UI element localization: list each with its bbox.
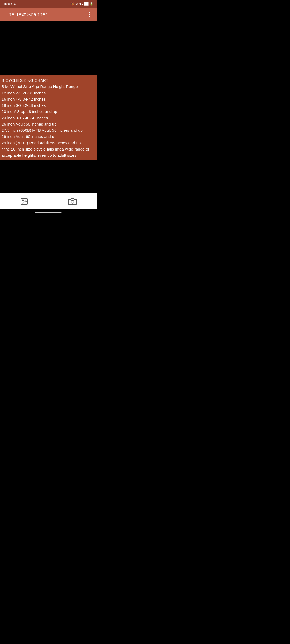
app-title: Line Text Scanner: [4, 12, 47, 18]
do-not-disturb-icon: ⊘: [76, 2, 78, 6]
svg-point-1: [22, 200, 23, 201]
bottom-toolbar: [0, 193, 97, 209]
gear-icon: ⚙: [13, 2, 17, 6]
status-bar: 10:03 ⚙ 🔕 ⊘ ▾▴ ▋▉ 🔋: [0, 0, 97, 8]
home-indicator: [35, 212, 62, 213]
camera-preview-top: [0, 21, 97, 75]
status-bar-right: 🔕 ⊘ ▾▴ ▋▉ 🔋: [71, 2, 93, 6]
gallery-button[interactable]: [18, 196, 30, 207]
camera-icon: [68, 197, 77, 206]
scanned-text-area: BICYCLE SIZING CHART Bike Wheel Size Age…: [0, 75, 97, 160]
status-time: 10:03: [3, 2, 12, 6]
overflow-menu-button[interactable]: ⋮: [86, 11, 92, 18]
svg-point-2: [71, 200, 74, 203]
bell-off-icon: 🔕: [71, 2, 75, 6]
wifi-icon: ▾▴: [79, 2, 83, 6]
scanned-text-content: BICYCLE SIZING CHART Bike Wheel Size Age…: [2, 77, 95, 158]
status-bar-left: 10:03 ⚙: [3, 2, 17, 6]
battery-icon: 🔋: [90, 2, 93, 6]
app-bar: Line Text Scanner ⋮: [0, 8, 97, 21]
camera-button[interactable]: [67, 196, 78, 207]
gallery-icon: [20, 197, 28, 206]
signal-icon-1: ▋▉: [84, 2, 89, 6]
